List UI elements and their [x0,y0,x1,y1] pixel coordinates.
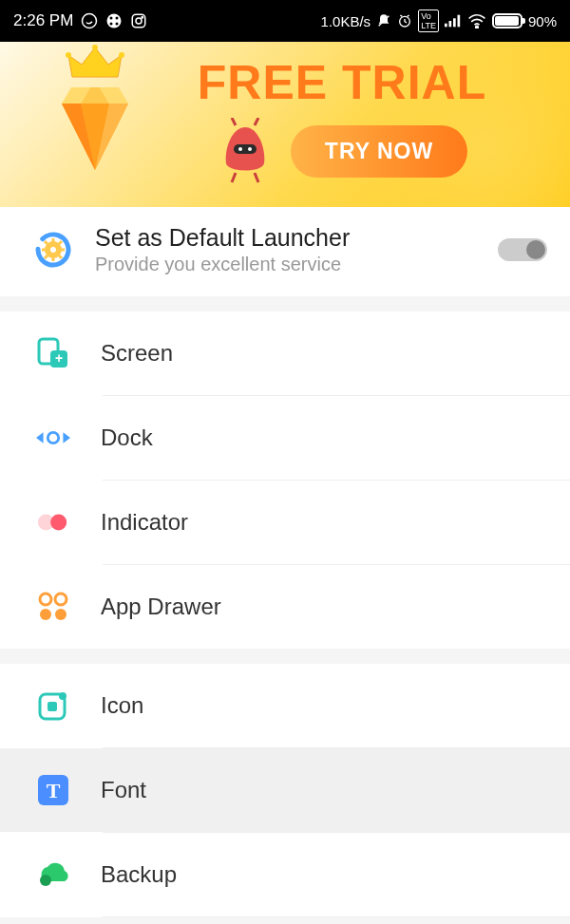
svg-point-47 [59,692,66,700]
setting-label: Dock [101,424,547,451]
dock-icon [36,421,70,455]
status-bar: 2:26 PM 1.0KB/s VoLTE 90% [0,0,570,42]
setting-row-screen[interactable]: + Screen [0,311,570,395]
font-icon: T [36,773,70,807]
setting-label: Backup [101,861,547,888]
default-launcher-title: Set as Default Launcher [95,224,475,252]
whatsapp-icon [81,12,98,29]
default-launcher-row[interactable]: Set as Default Launcher Provide you exce… [0,207,570,296]
status-battery-pct: 90% [528,13,557,29]
setting-row-icon[interactable]: Icon [0,664,570,747]
svg-point-15 [476,26,479,28]
setting-row-indicator[interactable]: Indicator [0,481,570,564]
svg-point-32 [50,247,56,253]
svg-point-2 [110,17,113,20]
svg-rect-46 [48,702,57,711]
backup-icon [36,858,70,892]
setting-label: Font [101,777,547,803]
svg-point-40 [50,514,66,530]
svg-point-1 [107,14,122,28]
mute-icon [376,13,391,28]
svg-point-26 [238,147,242,151]
svg-point-42 [55,594,66,605]
app-icon [105,12,123,29]
svg-point-4 [110,23,113,26]
svg-point-16 [66,52,71,58]
mascot-icon [217,118,274,184]
setting-row-backup[interactable]: Backup [0,833,570,916]
svg-point-27 [248,147,252,151]
setting-row-dock[interactable]: Dock [0,396,570,480]
gear-icon [34,231,72,269]
default-launcher-toggle[interactable] [498,238,547,261]
try-now-button[interactable]: TRY NOW [291,125,467,178]
svg-marker-38 [63,432,70,443]
svg-point-0 [83,14,97,28]
crown-icon [65,44,125,82]
svg-rect-25 [234,144,256,154]
svg-rect-11 [445,24,447,28]
svg-point-43 [40,609,51,620]
setting-label: Indicator [101,509,547,536]
svg-point-8 [142,17,143,19]
diamond-icon [48,80,142,175]
setting-label: App Drawer [101,594,547,620]
status-time: 2:26 PM [13,11,73,30]
promo-banner[interactable]: FREE TRIAL TRY NOW [0,42,570,207]
svg-line-28 [232,173,236,182]
indicator-icon [36,505,70,539]
svg-rect-14 [457,15,460,28]
svg-point-44 [55,609,66,620]
svg-point-50 [40,875,51,886]
status-data-rate: 1.0KB/s [321,13,371,29]
svg-point-41 [40,594,51,605]
svg-point-3 [116,17,119,20]
svg-marker-36 [36,432,44,443]
wifi-icon [467,13,486,28]
svg-text:T: T [47,779,61,802]
setting-label: Screen [101,340,547,367]
battery-icon [492,13,522,28]
svg-point-7 [136,18,142,24]
svg-point-37 [48,432,58,443]
settings-group-appearance: Icon T Font Backup [0,664,570,917]
screen-icon: + [36,336,70,370]
svg-text:+: + [55,350,63,366]
instagram-icon [130,12,147,29]
default-launcher-subtitle: Provide you excellent service [95,254,475,275]
icon-icon [36,688,70,723]
svg-line-29 [255,173,258,182]
svg-rect-12 [448,21,451,27]
svg-point-17 [92,45,98,50]
setting-label: Icon [101,692,547,719]
svg-point-18 [119,52,124,58]
settings-group-layout: + Screen Dock Indicator App Drawer [0,311,570,649]
appdrawer-icon [36,590,70,624]
volte-icon: VoLTE [418,9,439,32]
svg-point-5 [116,23,119,26]
setting-row-font[interactable]: T Font [0,748,570,832]
svg-rect-13 [453,18,456,27]
signal-icon [445,14,462,28]
alarm-icon [397,13,412,28]
banner-title: FREE TRIAL [198,55,486,110]
setting-row-app-drawer[interactable]: App Drawer [0,565,570,649]
